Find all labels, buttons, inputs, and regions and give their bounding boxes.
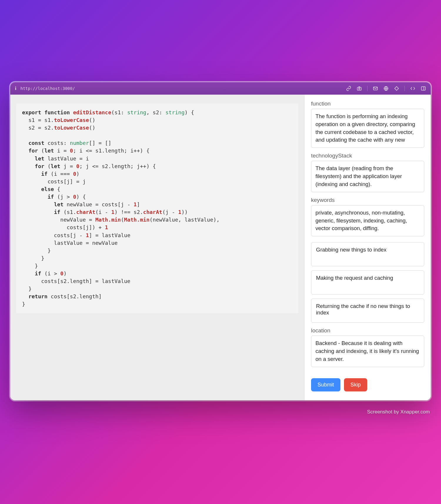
target-icon[interactable] <box>394 86 399 91</box>
link-icon[interactable] <box>346 86 351 91</box>
label-function: function <box>311 101 424 107</box>
notes-list: Grabbing new things to index Making the … <box>311 242 424 323</box>
note-item[interactable]: Grabbing new things to index <box>311 242 424 266</box>
url-display[interactable]: http://localhost:3000/ <box>20 86 342 91</box>
skip-button[interactable]: Skip <box>344 378 367 391</box>
form-pane: function The function is performing an i… <box>304 95 431 400</box>
field-keywords: keywords private, asynchronous, non-muta… <box>311 197 424 236</box>
mail-icon[interactable] <box>373 86 378 91</box>
input-technology-stack[interactable]: The data layer (reading from the filesys… <box>311 161 424 192</box>
browser-window: i http://localhost:3000/ export function… <box>10 82 431 400</box>
note-item[interactable]: Making the request and caching <box>311 270 424 294</box>
camera-icon[interactable] <box>357 86 362 91</box>
field-function: function The function is performing an i… <box>311 101 424 148</box>
separator <box>405 86 405 91</box>
toolbar-icons <box>346 86 426 91</box>
field-location: location Backend - Because it is dealing… <box>311 327 424 367</box>
code-pane: export function editDistance(s1: string,… <box>10 95 304 400</box>
watermark: Screenshot by Xnapper.com <box>367 409 430 415</box>
label-location: location <box>311 327 424 334</box>
button-row: Submit Skip <box>311 378 424 391</box>
field-technology-stack: technologyStack The data layer (reading … <box>311 153 424 192</box>
label-keywords: keywords <box>311 197 424 203</box>
submit-button[interactable]: Submit <box>311 378 340 391</box>
svg-rect-5 <box>421 87 425 90</box>
svg-point-4 <box>395 87 398 90</box>
panel-icon[interactable] <box>421 86 426 91</box>
label-technology-stack: technologyStack <box>311 153 424 159</box>
globe-icon[interactable] <box>383 86 389 91</box>
svg-rect-0 <box>357 87 361 90</box>
input-location[interactable]: Backend - Because it is dealing with cac… <box>311 336 424 367</box>
browser-title-bar: i http://localhost:3000/ <box>10 82 431 95</box>
input-function[interactable]: The function is performing an indexing o… <box>311 109 424 148</box>
note-item[interactable]: Returning the cache if no new things to … <box>311 299 424 323</box>
content-area: export function editDistance(s1: string,… <box>10 95 431 400</box>
devtools-icon[interactable] <box>410 86 415 91</box>
separator <box>367 86 368 91</box>
info-icon[interactable]: i <box>15 86 16 91</box>
code-block[interactable]: export function editDistance(s1: string,… <box>16 103 298 313</box>
svg-point-1 <box>359 88 360 90</box>
input-keywords[interactable]: private, asynchronous, non-mutating, gen… <box>311 205 424 236</box>
